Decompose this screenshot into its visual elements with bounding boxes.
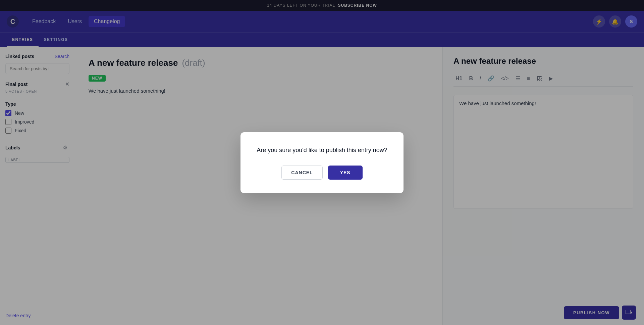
modal-yes-button[interactable]: YES	[328, 166, 363, 180]
modal-overlay: Are you sure you'd like to publish this …	[0, 0, 644, 325]
modal-message: Are you sure you'd like to publish this …	[257, 146, 387, 155]
modal-cancel-button[interactable]: CANCEL	[281, 166, 322, 180]
modal-actions: CANCEL YES	[257, 166, 387, 180]
confirm-modal: Are you sure you'd like to publish this …	[240, 132, 404, 193]
